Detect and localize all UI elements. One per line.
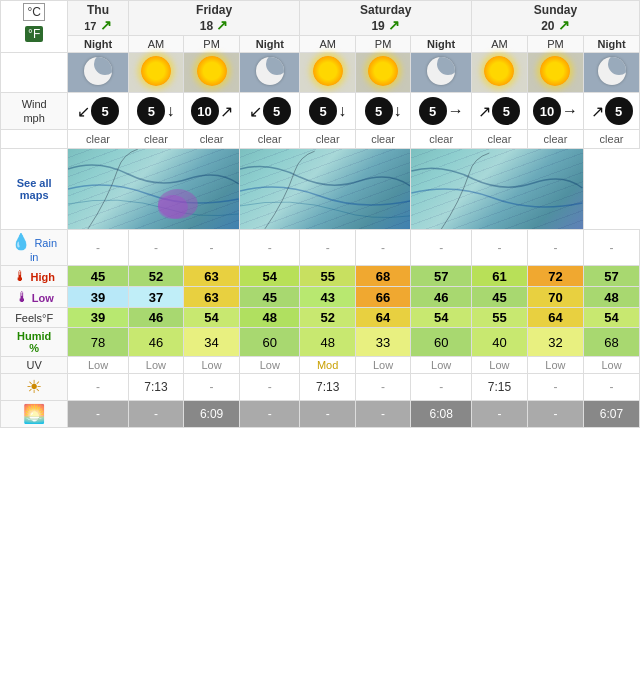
uv-sat-night: Low xyxy=(411,357,472,374)
rain-fri-night: - xyxy=(240,230,300,266)
cond-fri-night: clear xyxy=(240,130,300,149)
cond-fri-pm: clear xyxy=(184,130,240,149)
low-label: 🌡 Low xyxy=(1,287,68,308)
low-sun-pm: 70 xyxy=(527,287,583,308)
wind-arrow-icon: ↗ xyxy=(591,102,604,121)
map-sat[interactable] xyxy=(240,149,411,230)
sunrise-thu-night: - xyxy=(68,374,128,401)
cond-sun-am: clear xyxy=(472,130,528,149)
rain-label-cell: 💧 Rainin xyxy=(1,230,68,266)
rain-fri-pm: - xyxy=(184,230,240,266)
wind-arrow-icon: → xyxy=(448,102,464,120)
rain-sat-pm: - xyxy=(355,230,410,266)
low-sat-am: 43 xyxy=(300,287,355,308)
icon-sat-pm xyxy=(355,53,410,93)
cond-sun-pm: clear xyxy=(527,130,583,149)
wind-thu-night: ↙ 5 xyxy=(68,93,128,130)
feels-fri-pm: 54 xyxy=(184,308,240,328)
humid-fri-am: 46 xyxy=(128,328,183,357)
rain-fri-am: - xyxy=(128,230,183,266)
humid-sun-am: 40 xyxy=(472,328,528,357)
uv-thu-night: Low xyxy=(68,357,128,374)
moon-icon xyxy=(427,57,455,85)
uv-sun-am: Low xyxy=(472,357,528,374)
period-sat-pm: PM xyxy=(355,36,410,53)
uv-sun-night: Low xyxy=(584,357,640,374)
sunset-icon: 🌅 xyxy=(23,404,45,424)
wind-sat-pm: 5 ↓ xyxy=(355,93,410,130)
sun-icon xyxy=(484,56,514,86)
feels-fri-am: 46 xyxy=(128,308,183,328)
high-fri-night: 54 xyxy=(240,266,300,287)
uv-row: UV Low Low Low Low Mod Low Low Low Low L… xyxy=(1,357,640,374)
low-sun-am: 45 xyxy=(472,287,528,308)
sunset-fri-night: - xyxy=(240,401,300,428)
high-temp-row: 🌡 High 45 52 63 54 55 68 57 61 72 57 xyxy=(1,266,640,287)
cond-fri-am: clear xyxy=(128,130,183,149)
uv-fri-am: Low xyxy=(128,357,183,374)
sunrise-sat-pm: - xyxy=(355,374,410,401)
uv-fri-pm: Low xyxy=(184,357,240,374)
sunrise-label: ☀ xyxy=(1,374,68,401)
rain-sat-night: - xyxy=(411,230,472,266)
uv-sun-pm: Low xyxy=(527,357,583,374)
icon-sun-night xyxy=(584,53,640,93)
wind-arrow-icon: ↙ xyxy=(249,102,262,121)
wind-sat-am: 5 ↓ xyxy=(300,93,355,130)
high-label: 🌡 High xyxy=(1,266,68,287)
humid-thu-night: 78 xyxy=(68,328,128,357)
low-sun-night: 48 xyxy=(584,287,640,308)
conditions-row: clear clear clear clear clear clear clea… xyxy=(1,130,640,149)
low-sat-night: 46 xyxy=(411,287,472,308)
thermometer-high-icon: 🌡 xyxy=(13,268,27,284)
high-thu-night: 45 xyxy=(68,266,128,287)
map-sun[interactable] xyxy=(411,149,584,230)
sunrise-fri-pm: - xyxy=(184,374,240,401)
humid-fri-pm: 34 xyxy=(184,328,240,357)
map-thu-fri[interactable] xyxy=(68,149,240,230)
svg-point-1 xyxy=(158,195,188,219)
high-sun-night: 57 xyxy=(584,266,640,287)
feels-thu-night: 39 xyxy=(68,308,128,328)
wind-sun-am: ↗ 5 xyxy=(472,93,528,130)
icon-sun-am xyxy=(472,53,528,93)
sunset-row: 🌅 - - 6:09 - - - 6:08 - - 6:07 xyxy=(1,401,640,428)
rain-row: 💧 Rainin - - - - - - - - - - xyxy=(1,230,640,266)
sunrise-sun-am: 7:15 xyxy=(472,374,528,401)
high-sun-am: 61 xyxy=(472,266,528,287)
rain-sun-am: - xyxy=(472,230,528,266)
period-sat-am: AM xyxy=(300,36,355,53)
humid-sat-am: 48 xyxy=(300,328,355,357)
uv-sat-pm: Low xyxy=(355,357,410,374)
period-header-row: Night AM PM Night AM PM Night AM PM Nigh… xyxy=(1,36,640,53)
period-fri-night: Night xyxy=(240,36,300,53)
rain-sun-pm: - xyxy=(527,230,583,266)
day-header-row: °C °F Thu 17 ↗ Friday 18 ↗ Saturday 19 ↗… xyxy=(1,1,640,36)
icon-fri-pm xyxy=(184,53,240,93)
uv-fri-night: Low xyxy=(240,357,300,374)
cond-sun-night: clear xyxy=(584,130,640,149)
sunset-sat-pm: - xyxy=(355,401,410,428)
sunset-sun-night: 6:07 xyxy=(584,401,640,428)
weather-icon-row xyxy=(1,53,640,93)
cond-sat-night: clear xyxy=(411,130,472,149)
icon-fri-am xyxy=(128,53,183,93)
icon-sat-night xyxy=(411,53,472,93)
weather-table: °C °F Thu 17 ↗ Friday 18 ↗ Saturday 19 ↗… xyxy=(0,0,640,428)
sunset-sat-am: - xyxy=(300,401,355,428)
wind-arrow-icon: ↓ xyxy=(338,102,346,120)
period-thu-night: Night xyxy=(68,36,128,53)
unit-fahrenheit[interactable]: °F xyxy=(25,26,43,42)
moon-icon xyxy=(84,57,112,85)
unit-celsius[interactable]: °C xyxy=(23,3,44,21)
period-fri-am: AM xyxy=(128,36,183,53)
cond-sat-am: clear xyxy=(300,130,355,149)
see-all-maps[interactable]: See allmaps xyxy=(1,149,68,230)
thu-header: Thu 17 ↗ xyxy=(68,1,128,36)
wind-arrow-icon: ↓ xyxy=(166,102,174,120)
rain-drops-icon: 💧 xyxy=(11,233,31,250)
period-sun-am: AM xyxy=(472,36,528,53)
humid-sat-night: 60 xyxy=(411,328,472,357)
sunrise-fri-night: - xyxy=(240,374,300,401)
sun-icon xyxy=(540,56,570,86)
